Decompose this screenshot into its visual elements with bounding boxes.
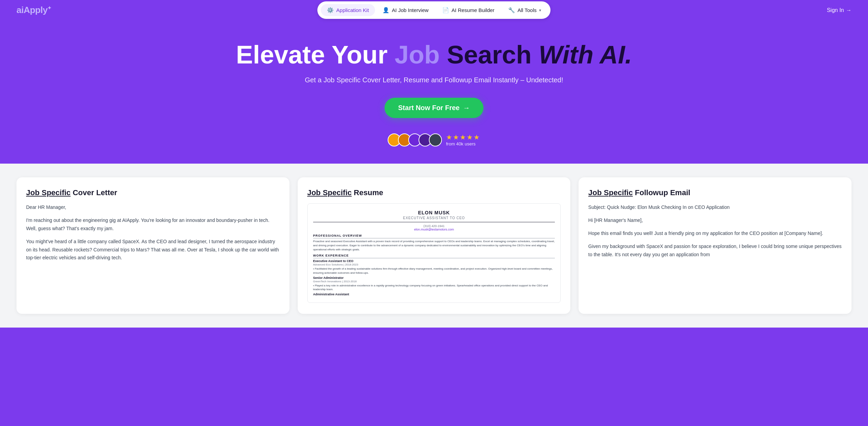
resume-underlined: Job Specific [307,188,352,197]
followup-underlined: Job Specific [588,188,633,197]
cover-letter-para-1: Dear HR Manager, [26,203,280,212]
resume-section-overview: PROFESSIONAL OVERVIEW [313,234,555,238]
resume-job-2-text: • Played a key role in administrative ex… [313,284,555,291]
cover-letter-body: Dear HR Manager, I'm reaching out about … [26,203,280,262]
followup-subject: Subject: Quick Nudge: Elon Musk Checking… [588,203,842,212]
resume-section-experience: WORK EXPERIENCE [313,254,555,258]
resume-divider [313,222,555,222]
navbar: aiApply✦ ⚙️ Application Kit 👤 AI Job Int… [0,0,868,20]
resume-job-1-company: Advanced Eco Solutions | 2018-2023 [313,263,555,266]
followup-para-2: Given my background with SpaceX and pass… [588,242,842,259]
logo-star: ✦ [47,5,52,11]
cta-button[interactable]: Start Now For Free → [385,98,484,118]
cover-letter-para-3: You might've heard of a little company c… [26,238,280,262]
followup-email-card: Job Specific Followup Email Subject: Qui… [579,177,852,314]
hero-title-elevate: Elevate Your [236,40,395,69]
nav-item-resume-builder[interactable]: 📄 AI Resume Builder [436,4,501,16]
nav-bar: ⚙️ Application Kit 👤 AI Job Interview 📄 … [317,1,550,19]
person-icon: 👤 [382,7,389,13]
cover-letter-underlined: Job Specific [26,188,71,197]
nav-label-all-tools: All Tools [517,7,537,13]
resume-job-1-text: • Facilitated the growth of a leading su… [313,267,555,274]
resume-contact: (310) 420-1941elon.musk@teslamotors.com [313,224,555,231]
nav-label-resume-builder: AI Resume Builder [452,7,494,13]
arrow-right-icon: → [846,7,852,13]
cards-section: Job Specific Cover Letter Dear HR Manage… [0,164,868,328]
resume-job-2-title: Senior Administrator [313,276,555,280]
hero-title: Elevate Your Job Search With AI. [7,41,861,69]
cover-letter-card: Job Specific Cover Letter Dear HR Manage… [16,177,289,314]
social-proof: ★★★★★ from 40k users [7,133,861,146]
resume-name: ELON MUSK [313,210,555,215]
avatar [429,133,442,146]
resume-preview: ELON MUSK EXECUTIVE ASSISTANT TO CEO (31… [307,203,561,303]
rating-block: ★★★★★ from 40k users [446,133,480,146]
wrench-icon: ⚙️ [327,7,334,13]
followup-greeting: Hi [HR Manager's Name], [588,216,842,225]
cover-letter-card-title: Job Specific Cover Letter [26,188,280,197]
star-rating: ★★★★★ [446,133,480,141]
avatars-group [388,133,442,146]
document-icon: 📄 [442,7,449,13]
resume-card-title: Job Specific Resume [307,188,561,197]
followup-para-1: Hope this email finds you well! Just a f… [588,229,842,238]
arrow-right-icon: → [463,104,470,112]
resume-job-3-title: Administrative Assistant [313,293,555,296]
tools-icon: 🔧 [508,7,515,13]
nav-label-app-kit: Application Kit [336,7,369,13]
logo[interactable]: aiApply✦ [16,5,52,15]
cover-letter-para-2: I'm reaching out about the engineering g… [26,216,280,233]
resume-card: Job Specific Resume ELON MUSK EXECUTIVE … [298,177,571,314]
resume-job-2-company: GreenTech Innovations | 2013-2018 [313,280,555,283]
users-count: from 40k users [446,141,476,146]
logo-text: aiApply [16,5,47,15]
nav-item-app-kit[interactable]: ⚙️ Application Kit [321,4,375,16]
sign-in-label: Sign In [827,7,844,13]
hero-title-search: Search [440,40,532,69]
cta-label: Start Now For Free [398,104,460,112]
sign-in-button[interactable]: Sign In → [827,7,852,13]
followup-card-title: Job Specific Followup Email [588,188,842,197]
hero-title-job: Job [395,40,440,69]
nav-label-ai-interview: AI Job Interview [392,7,429,13]
chevron-down-icon: ▾ [539,8,541,13]
nav-item-all-tools[interactable]: 🔧 All Tools ▾ [502,4,547,16]
resume-role: EXECUTIVE ASSISTANT TO CEO [313,216,555,220]
hero-title-with-ai: With AI. [532,40,632,69]
followup-body: Subject: Quick Nudge: Elon Musk Checking… [588,203,842,259]
hero-subtitle: Get a Job Specific Cover Letter, Resume … [7,76,861,84]
resume-overview-text: Proactive and seasoned Executive Assista… [313,239,555,252]
hero-section: Elevate Your Job Search With AI. Get a J… [0,20,868,164]
resume-job-1-title: Executive Assistant to CEO [313,259,555,263]
nav-item-ai-interview[interactable]: 👤 AI Job Interview [376,4,435,16]
